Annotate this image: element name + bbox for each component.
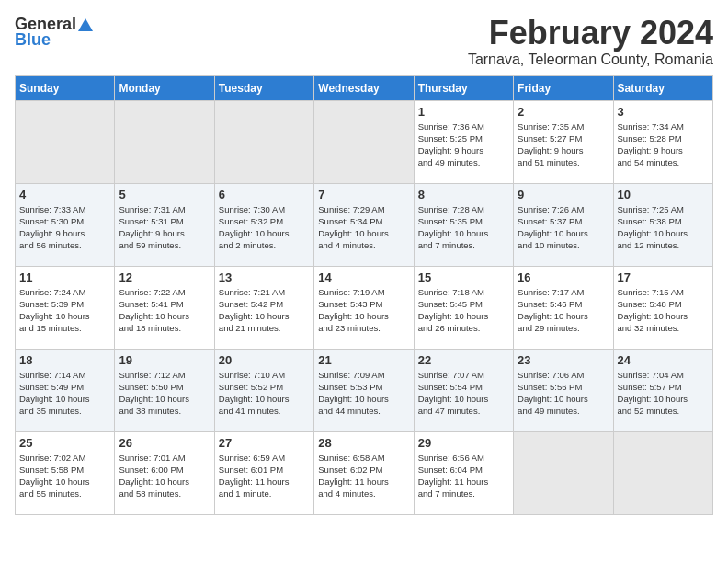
day-number: 29 (418, 436, 509, 450)
day-number: 25 (19, 436, 110, 450)
day-info: Sunrise: 7:29 AM Sunset: 5:34 PM Dayligh… (318, 203, 409, 252)
day-info: Sunrise: 7:14 AM Sunset: 5:49 PM Dayligh… (19, 369, 110, 418)
day-number: 3 (618, 105, 709, 119)
logo: General Blue (15, 15, 95, 50)
calendar-cell: 7Sunrise: 7:29 AM Sunset: 5:34 PM Daylig… (314, 183, 414, 266)
calendar-week-row: 18Sunrise: 7:14 AM Sunset: 5:49 PM Dayli… (16, 349, 713, 431)
day-info: Sunrise: 7:30 AM Sunset: 5:32 PM Dayligh… (219, 203, 310, 252)
calendar-week-row: 1Sunrise: 7:36 AM Sunset: 5:25 PM Daylig… (16, 100, 713, 183)
calendar-cell (16, 100, 115, 183)
day-number: 1 (418, 105, 509, 119)
calendar-week-row: 11Sunrise: 7:24 AM Sunset: 5:39 PM Dayli… (16, 266, 713, 349)
day-info: Sunrise: 7:25 AM Sunset: 5:38 PM Dayligh… (618, 203, 709, 252)
day-number: 11 (19, 270, 110, 284)
calendar-cell (514, 431, 613, 514)
calendar-cell: 5Sunrise: 7:31 AM Sunset: 5:31 PM Daylig… (115, 183, 214, 266)
day-of-week-header: Friday (514, 75, 613, 100)
day-number: 5 (119, 188, 210, 201)
day-of-week-header: Wednesday (314, 75, 414, 100)
calendar-cell: 25Sunrise: 7:02 AM Sunset: 5:58 PM Dayli… (16, 431, 115, 514)
day-info: Sunrise: 7:31 AM Sunset: 5:31 PM Dayligh… (119, 203, 210, 252)
calendar-week-row: 25Sunrise: 7:02 AM Sunset: 5:58 PM Dayli… (16, 431, 713, 514)
title-area: February 2024 Tarnava, Teleorman County,… (468, 15, 713, 68)
day-info: Sunrise: 7:28 AM Sunset: 5:35 PM Dayligh… (418, 203, 509, 252)
calendar-cell: 27Sunrise: 6:59 AM Sunset: 6:01 PM Dayli… (214, 431, 313, 514)
day-info: Sunrise: 6:58 AM Sunset: 6:02 PM Dayligh… (318, 452, 409, 500)
calendar-cell: 28Sunrise: 6:58 AM Sunset: 6:02 PM Dayli… (314, 431, 414, 514)
day-number: 12 (119, 270, 210, 284)
calendar-cell (314, 100, 414, 183)
day-info: Sunrise: 7:18 AM Sunset: 5:45 PM Dayligh… (418, 286, 509, 335)
day-info: Sunrise: 7:15 AM Sunset: 5:48 PM Dayligh… (618, 286, 709, 335)
calendar-cell: 15Sunrise: 7:18 AM Sunset: 5:45 PM Dayli… (414, 266, 513, 349)
day-info: Sunrise: 6:56 AM Sunset: 6:04 PM Dayligh… (418, 452, 509, 500)
day-info: Sunrise: 7:01 AM Sunset: 6:00 PM Dayligh… (119, 452, 210, 500)
calendar-cell (613, 431, 712, 514)
day-of-week-header: Sunday (16, 75, 115, 100)
calendar-body: 1Sunrise: 7:36 AM Sunset: 5:25 PM Daylig… (16, 100, 713, 514)
calendar-week-row: 4Sunrise: 7:33 AM Sunset: 5:30 PM Daylig… (16, 183, 713, 266)
calendar-cell: 13Sunrise: 7:21 AM Sunset: 5:42 PM Dayli… (214, 266, 313, 349)
month-title: February 2024 (468, 15, 713, 52)
day-info: Sunrise: 7:36 AM Sunset: 5:25 PM Dayligh… (418, 121, 509, 169)
calendar-cell: 10Sunrise: 7:25 AM Sunset: 5:38 PM Dayli… (613, 183, 712, 266)
day-number: 19 (119, 353, 210, 367)
day-of-week-header: Saturday (613, 75, 712, 100)
calendar-cell: 21Sunrise: 7:09 AM Sunset: 5:53 PM Dayli… (314, 349, 414, 431)
calendar-cell: 29Sunrise: 6:56 AM Sunset: 6:04 PM Dayli… (414, 431, 513, 514)
day-number: 7 (318, 188, 409, 201)
day-info: Sunrise: 7:35 AM Sunset: 5:27 PM Dayligh… (518, 121, 609, 169)
day-number: 28 (318, 436, 409, 450)
day-info: Sunrise: 7:21 AM Sunset: 5:42 PM Dayligh… (219, 286, 310, 335)
day-number: 17 (618, 270, 709, 284)
day-number: 16 (518, 270, 609, 284)
day-number: 27 (219, 436, 310, 450)
day-number: 14 (318, 270, 409, 284)
day-info: Sunrise: 7:07 AM Sunset: 5:54 PM Dayligh… (418, 369, 509, 418)
day-of-week-header: Monday (115, 75, 214, 100)
calendar-cell: 8Sunrise: 7:28 AM Sunset: 5:35 PM Daylig… (414, 183, 513, 266)
logo-blue-text: Blue (15, 30, 51, 50)
calendar-cell: 2Sunrise: 7:35 AM Sunset: 5:27 PM Daylig… (514, 100, 613, 183)
calendar-cell: 12Sunrise: 7:22 AM Sunset: 5:41 PM Dayli… (115, 266, 214, 349)
day-info: Sunrise: 7:22 AM Sunset: 5:41 PM Dayligh… (119, 286, 210, 335)
day-number: 18 (19, 353, 110, 367)
svg-marker-0 (78, 18, 93, 31)
calendar-cell: 18Sunrise: 7:14 AM Sunset: 5:49 PM Dayli… (16, 349, 115, 431)
calendar-cell: 17Sunrise: 7:15 AM Sunset: 5:48 PM Dayli… (613, 266, 712, 349)
calendar-cell: 4Sunrise: 7:33 AM Sunset: 5:30 PM Daylig… (16, 183, 115, 266)
day-number: 26 (119, 436, 210, 450)
calendar-cell (115, 100, 214, 183)
calendar-cell: 19Sunrise: 7:12 AM Sunset: 5:50 PM Dayli… (115, 349, 214, 431)
day-number: 9 (518, 188, 609, 201)
page-header: General Blue February 2024 Tarnava, Tele… (15, 15, 713, 68)
day-info: Sunrise: 7:19 AM Sunset: 5:43 PM Dayligh… (318, 286, 409, 335)
location-subtitle: Tarnava, Teleorman County, Romania (468, 52, 713, 68)
calendar-cell: 24Sunrise: 7:04 AM Sunset: 5:57 PM Dayli… (613, 349, 712, 431)
day-info: Sunrise: 7:12 AM Sunset: 5:50 PM Dayligh… (119, 369, 210, 418)
calendar-cell: 16Sunrise: 7:17 AM Sunset: 5:46 PM Dayli… (514, 266, 613, 349)
calendar-cell (214, 100, 313, 183)
day-info: Sunrise: 7:24 AM Sunset: 5:39 PM Dayligh… (19, 286, 110, 335)
day-number: 2 (518, 105, 609, 119)
calendar-cell: 3Sunrise: 7:34 AM Sunset: 5:28 PM Daylig… (613, 100, 712, 183)
calendar-cell: 22Sunrise: 7:07 AM Sunset: 5:54 PM Dayli… (414, 349, 513, 431)
logo-triangle-icon (77, 17, 94, 33)
day-info: Sunrise: 7:06 AM Sunset: 5:56 PM Dayligh… (518, 369, 609, 418)
day-info: Sunrise: 7:10 AM Sunset: 5:52 PM Dayligh… (219, 369, 310, 418)
day-info: Sunrise: 7:33 AM Sunset: 5:30 PM Dayligh… (19, 203, 110, 252)
day-info: Sunrise: 7:04 AM Sunset: 5:57 PM Dayligh… (618, 369, 709, 418)
calendar-cell: 20Sunrise: 7:10 AM Sunset: 5:52 PM Dayli… (214, 349, 313, 431)
calendar-cell: 14Sunrise: 7:19 AM Sunset: 5:43 PM Dayli… (314, 266, 414, 349)
calendar-cell: 26Sunrise: 7:01 AM Sunset: 6:00 PM Dayli… (115, 431, 214, 514)
day-number: 10 (618, 188, 709, 201)
day-number: 4 (19, 188, 110, 201)
day-number: 24 (618, 353, 709, 367)
day-info: Sunrise: 7:26 AM Sunset: 5:37 PM Dayligh… (518, 203, 609, 252)
day-number: 6 (219, 188, 310, 201)
day-info: Sunrise: 7:02 AM Sunset: 5:58 PM Dayligh… (19, 452, 110, 500)
day-info: Sunrise: 6:59 AM Sunset: 6:01 PM Dayligh… (219, 452, 310, 500)
day-number: 23 (518, 353, 609, 367)
day-number: 15 (418, 270, 509, 284)
day-of-week-header: Thursday (414, 75, 513, 100)
